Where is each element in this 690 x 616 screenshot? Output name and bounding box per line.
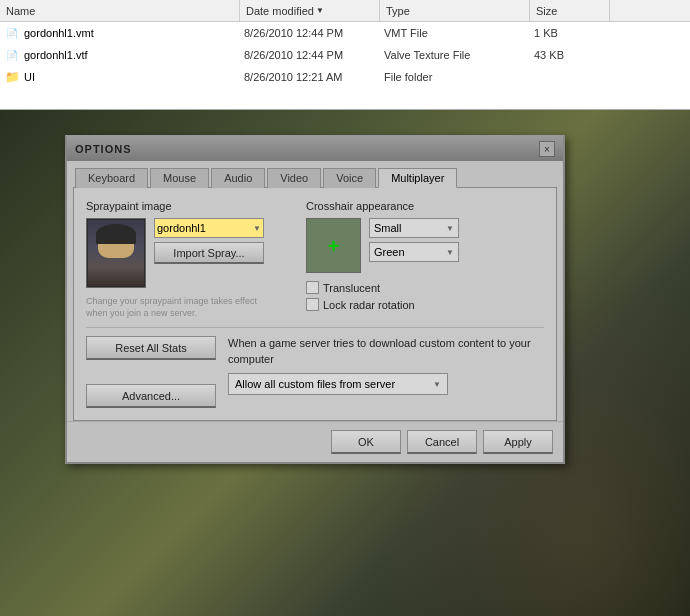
col-header-name[interactable]: Name — [0, 0, 240, 21]
apply-button[interactable]: Apply — [483, 430, 553, 454]
translucent-row: Translucent — [306, 281, 544, 294]
table-row[interactable]: 📁 UI 8/26/2010 12:21 AM File folder — [0, 66, 690, 88]
file-date: 8/26/2010 12:44 PM — [244, 49, 384, 61]
vtf-file-icon: 📄 — [4, 47, 20, 63]
dropdown-arrow-icon: ▼ — [253, 224, 261, 233]
sort-arrow-icon: ▼ — [316, 6, 324, 15]
crosshair-preview — [306, 218, 361, 273]
tab-audio[interactable]: Audio — [211, 168, 265, 188]
ok-button[interactable]: OK — [331, 430, 401, 454]
spraypaint-dropdown[interactable]: gordonhl1 ▼ — [154, 218, 264, 238]
file-size: 1 KB — [534, 27, 614, 39]
file-explorer-header: Name Date modified ▼ Type Size — [0, 0, 690, 22]
tab-multiplayer[interactable]: Multiplayer — [378, 168, 457, 188]
dialog-button-row: OK Cancel Apply — [67, 421, 563, 462]
lock-radar-checkbox[interactable] — [306, 298, 319, 311]
left-column: Spraypaint image gordonhl1 ▼ Import Spra… — [86, 200, 286, 319]
spraypaint-area: gordonhl1 ▼ Import Spray... — [86, 218, 286, 288]
crosshair-label: Crosshair appearance — [306, 200, 544, 212]
crosshair-color-dropdown[interactable]: Green ▼ — [369, 242, 459, 262]
advanced-button[interactable]: Advanced... — [86, 384, 216, 408]
color-dropdown-arrow-icon: ▼ — [446, 248, 454, 257]
translucent-label: Translucent — [323, 282, 380, 294]
lock-radar-label: Lock radar rotation — [323, 299, 415, 311]
spraypaint-hint: Change your spraypaint image takes effec… — [86, 296, 271, 319]
file-date: 8/26/2010 12:21 AM — [244, 71, 384, 83]
spray-controls: gordonhl1 ▼ Import Spray... — [154, 218, 264, 264]
download-description: When a game server tries to download cus… — [228, 336, 544, 367]
vmt-file-icon: 📄 — [4, 25, 20, 41]
file-type: File folder — [384, 71, 534, 83]
file-date: 8/26/2010 12:44 PM — [244, 27, 384, 39]
col-header-date[interactable]: Date modified ▼ — [240, 0, 380, 21]
content-divider — [86, 327, 544, 328]
left-buttons: Reset All Stats Advanced... — [86, 336, 216, 408]
cancel-button[interactable]: Cancel — [407, 430, 477, 454]
download-section: When a game server tries to download cus… — [228, 336, 544, 395]
crosshair-selects: Small ▼ Green ▼ — [369, 218, 459, 262]
close-button[interactable]: × — [539, 141, 555, 157]
col-header-type[interactable]: Type — [380, 0, 530, 21]
file-explorer: Name Date modified ▼ Type Size 📄 gordonh… — [0, 0, 690, 110]
dialog-title: OPTIONS — [75, 143, 132, 155]
bottom-section: Reset All Stats Advanced... When a game … — [86, 336, 544, 408]
download-dropdown[interactable]: Allow all custom files from server ▼ — [228, 373, 448, 395]
tab-video[interactable]: Video — [267, 168, 321, 188]
lock-radar-row: Lock radar rotation — [306, 298, 544, 311]
main-content-row: Spraypaint image gordonhl1 ▼ Import Spra… — [86, 200, 544, 319]
file-type: Valve Texture File — [384, 49, 534, 61]
spraypaint-label: Spraypaint image — [86, 200, 286, 212]
col-header-size[interactable]: Size — [530, 0, 610, 21]
right-column: Crosshair appearance Small ▼ Green ▼ — [306, 200, 544, 319]
table-row[interactable]: 📄 gordonhl1.vtf 8/26/2010 12:44 PM Valve… — [0, 44, 690, 66]
dialog-content: Spraypaint image gordonhl1 ▼ Import Spra… — [73, 187, 557, 421]
folder-icon: 📁 — [4, 69, 20, 85]
dialog-titlebar: OPTIONS × — [67, 137, 563, 161]
tab-keyboard[interactable]: Keyboard — [75, 168, 148, 188]
spray-preview — [86, 218, 146, 288]
translucent-checkbox[interactable] — [306, 281, 319, 294]
crosshair-size-dropdown[interactable]: Small ▼ — [369, 218, 459, 238]
import-spray-button[interactable]: Import Spray... — [154, 242, 264, 264]
size-dropdown-arrow-icon: ▼ — [446, 224, 454, 233]
download-dropdown-arrow-icon: ▼ — [433, 380, 441, 389]
tab-voice[interactable]: Voice — [323, 168, 376, 188]
crosshair-area: Small ▼ Green ▼ — [306, 218, 544, 273]
tab-mouse[interactable]: Mouse — [150, 168, 209, 188]
tab-bar: Keyboard Mouse Audio Video Voice Multipl… — [67, 161, 563, 187]
spray-image — [88, 220, 144, 286]
options-dialog: OPTIONS × Keyboard Mouse Audio Video Voi… — [65, 135, 565, 464]
file-size: 43 KB — [534, 49, 614, 61]
file-type: VMT File — [384, 27, 534, 39]
table-row[interactable]: 📄 gordonhl1.vmt 8/26/2010 12:44 PM VMT F… — [0, 22, 690, 44]
reset-stats-button[interactable]: Reset All Stats — [86, 336, 216, 360]
